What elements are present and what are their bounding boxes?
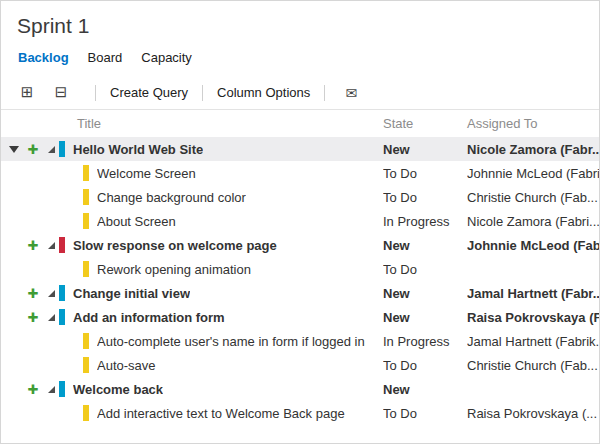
add-child-button[interactable]: ✚ (28, 143, 39, 156)
title-cell: Auto-save (1, 357, 383, 373)
work-item-title: Welcome Screen (97, 166, 196, 181)
title-cell: Change background color (1, 189, 383, 205)
add-child-button[interactable]: ✚ (28, 287, 39, 300)
work-item-type-bar (59, 237, 65, 253)
title-cell: Rework opening animation (1, 261, 383, 277)
work-item-title: Hello World Web Site (73, 142, 203, 157)
state-cell: To Do (383, 166, 467, 181)
work-item-type-bar (83, 189, 89, 205)
tab-backlog[interactable]: Backlog (18, 50, 69, 65)
backlog-grid: Title State Assigned To ✚Hello World Web… (1, 110, 599, 425)
column-header-title[interactable]: Title (1, 116, 383, 131)
page-title: Sprint 1 (1, 1, 599, 48)
state-cell: New (383, 310, 467, 325)
work-item-type-bar (59, 141, 65, 157)
toolbar-separator (202, 85, 203, 101)
view-tabs: Backlog Board Capacity (1, 48, 599, 76)
work-item-title: Auto-save (97, 358, 156, 373)
state-cell: New (383, 142, 467, 157)
state-cell: New (383, 382, 467, 397)
assigned-to-cell: Jamal Hartnett (Fabrik... (467, 334, 599, 349)
assigned-to-cell: Christie Church (Fab... (467, 358, 599, 373)
state-cell: To Do (383, 406, 467, 421)
tab-board[interactable]: Board (88, 50, 123, 65)
title-cell: ✚Add an information form (1, 309, 383, 325)
tree-expander-icon[interactable] (48, 386, 55, 393)
work-item-type-bar (83, 405, 89, 421)
assigned-to-cell: Nicole Zamora (Fabr... (467, 142, 599, 157)
table-row[interactable]: Auto-saveTo DoChristie Church (Fab... (1, 353, 599, 377)
toolbar: ⊞ ⊟ Create Query Column Options ✉ (1, 76, 599, 110)
column-header-state[interactable]: State (383, 116, 467, 131)
state-cell: To Do (383, 358, 467, 373)
table-row[interactable]: Rework opening animationTo Do (1, 257, 599, 281)
assigned-to-cell: Jamal Hartnett (Fabr... (467, 286, 599, 301)
add-child-button[interactable]: ✚ (28, 383, 39, 396)
toolbar-separator (324, 85, 325, 101)
table-row[interactable]: ✚Hello World Web SiteNewNicole Zamora (F… (1, 137, 599, 161)
work-item-type-bar (83, 357, 89, 373)
work-item-type-bar (83, 213, 89, 229)
assigned-to-cell: Johnnie McLeod (Fabri... (467, 166, 599, 181)
assigned-to-cell: Johnnie McLeod (Fab... (467, 238, 599, 253)
title-cell: ✚Hello World Web Site (1, 141, 383, 157)
work-item-type-bar (83, 333, 89, 349)
toolbar-separator (95, 85, 96, 101)
work-item-type-bar (59, 381, 65, 397)
grid-header-row: Title State Assigned To (1, 110, 599, 137)
work-item-title: Slow response on welcome page (73, 238, 277, 253)
state-cell: To Do (383, 190, 467, 205)
title-cell: Auto-complete user's name in form if log… (1, 333, 383, 349)
work-item-type-bar (83, 261, 89, 277)
title-cell: About Screen (1, 213, 383, 229)
title-cell: ✚Slow response on welcome page (1, 237, 383, 253)
table-row[interactable]: ✚Welcome backNew (1, 377, 599, 401)
collapse-all-icon[interactable]: ⊟ (49, 85, 73, 100)
work-item-title: Add interactive text to Welcome Back pag… (97, 406, 345, 421)
column-options-button[interactable]: Column Options (215, 85, 312, 100)
add-child-button[interactable]: ✚ (28, 239, 39, 252)
create-query-button[interactable]: Create Query (108, 85, 190, 100)
table-row[interactable]: About ScreenIn ProgressNicole Zamora (Fa… (1, 209, 599, 233)
work-item-title: About Screen (97, 214, 176, 229)
work-item-title: Auto-complete user's name in form if log… (97, 334, 365, 349)
work-item-title: Change initial view (73, 286, 190, 301)
selected-row-caret-icon (9, 146, 19, 153)
work-item-type-bar (59, 285, 65, 301)
table-row[interactable]: ✚Slow response on welcome pageNewJohnnie… (1, 233, 599, 257)
tree-expander-icon[interactable] (48, 146, 55, 153)
title-cell: ✚Change initial view (1, 285, 383, 301)
tree-expander-icon[interactable] (48, 314, 55, 321)
table-row[interactable]: Welcome ScreenTo DoJohnnie McLeod (Fabri… (1, 161, 599, 185)
assigned-to-cell: Raisa Pokrovskaya (F... (467, 310, 599, 325)
add-child-button[interactable]: ✚ (28, 311, 39, 324)
table-row[interactable]: Change background colorTo DoChristie Chu… (1, 185, 599, 209)
tab-capacity[interactable]: Capacity (141, 50, 192, 65)
assigned-to-cell: Raisa Pokrovskaya (... (467, 406, 599, 421)
email-icon[interactable]: ✉ (339, 86, 363, 100)
state-cell: New (383, 286, 467, 301)
work-item-type-bar (59, 309, 65, 325)
work-item-type-bar (83, 165, 89, 181)
work-item-title: Add an information form (73, 310, 225, 325)
state-cell: To Do (383, 262, 467, 277)
table-row[interactable]: Add interactive text to Welcome Back pag… (1, 401, 599, 425)
title-cell: Welcome Screen (1, 165, 383, 181)
expand-all-icon[interactable]: ⊞ (15, 85, 39, 100)
state-cell: In Progress (383, 214, 467, 229)
table-row[interactable]: Auto-complete user's name in form if log… (1, 329, 599, 353)
table-row[interactable]: ✚Change initial viewNewJamal Hartnett (F… (1, 281, 599, 305)
work-item-title: Welcome back (73, 382, 163, 397)
state-cell: In Progress (383, 334, 467, 349)
assigned-to-cell: Nicole Zamora (Fabri... (467, 214, 599, 229)
work-item-title: Change background color (97, 190, 246, 205)
state-cell: New (383, 238, 467, 253)
backlog-grid-body: ✚Hello World Web SiteNewNicole Zamora (F… (1, 137, 599, 425)
title-cell: ✚Welcome back (1, 381, 383, 397)
table-row[interactable]: ✚Add an information formNewRaisa Pokrovs… (1, 305, 599, 329)
assigned-to-cell: Christie Church (Fab... (467, 190, 599, 205)
tree-expander-icon[interactable] (48, 290, 55, 297)
work-item-title: Rework opening animation (97, 262, 251, 277)
column-header-assigned-to[interactable]: Assigned To (467, 116, 599, 131)
tree-expander-icon[interactable] (48, 242, 55, 249)
